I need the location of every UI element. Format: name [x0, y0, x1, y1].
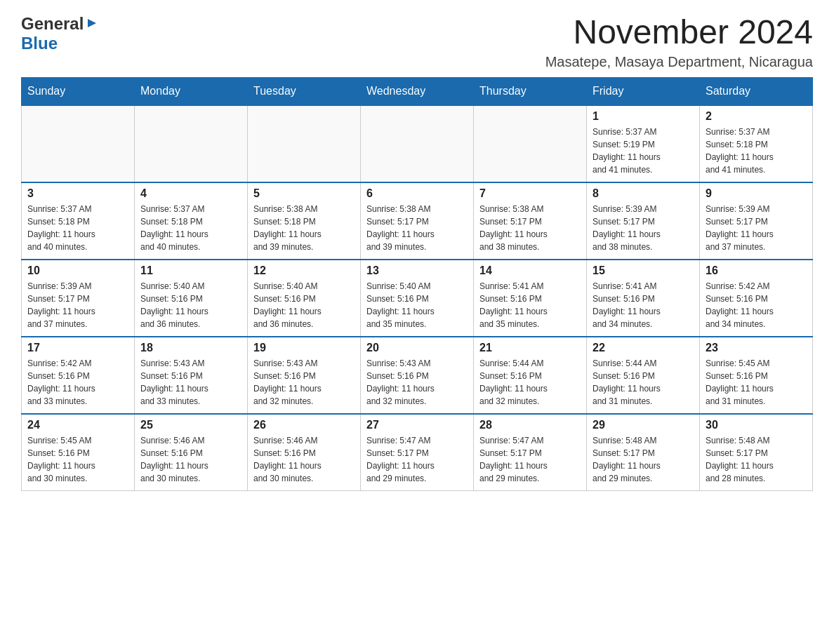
calendar-table: SundayMondayTuesdayWednesdayThursdayFrid…: [21, 77, 813, 492]
calendar-cell: 30Sunrise: 5:48 AM Sunset: 5:17 PM Dayli…: [700, 414, 813, 491]
calendar-subtitle: Masatepe, Masaya Department, Nicaragua: [545, 54, 813, 70]
day-number: 10: [27, 264, 128, 277]
day-number: 19: [253, 342, 355, 354]
day-number: 28: [479, 419, 581, 431]
week-row: 10Sunrise: 5:39 AM Sunset: 5:17 PM Dayli…: [22, 260, 813, 337]
day-info: Sunrise: 5:39 AM Sunset: 5:17 PM Dayligh…: [27, 280, 128, 330]
day-number: 3: [27, 187, 128, 200]
logo: General Blue: [21, 14, 99, 53]
calendar-cell: [474, 105, 587, 182]
day-info: Sunrise: 5:42 AM Sunset: 5:16 PM Dayligh…: [27, 357, 128, 408]
day-info: Sunrise: 5:45 AM Sunset: 5:16 PM Dayligh…: [706, 357, 807, 408]
day-number: 29: [593, 419, 694, 431]
day-number: 27: [366, 419, 468, 431]
calendar-cell: 29Sunrise: 5:48 AM Sunset: 5:17 PM Dayli…: [587, 414, 700, 491]
day-number: 30: [706, 419, 807, 431]
calendar-cell: 27Sunrise: 5:47 AM Sunset: 5:17 PM Dayli…: [361, 414, 474, 491]
day-info: Sunrise: 5:44 AM Sunset: 5:16 PM Dayligh…: [593, 357, 694, 408]
calendar-cell: [22, 105, 135, 182]
day-of-week-header: Tuesday: [248, 77, 361, 105]
day-of-week-header: Saturday: [700, 77, 813, 105]
day-of-week-header: Wednesday: [361, 77, 474, 105]
calendar-cell: 8Sunrise: 5:39 AM Sunset: 5:17 PM Daylig…: [587, 182, 700, 260]
day-number: 5: [253, 187, 355, 200]
day-info: Sunrise: 5:43 AM Sunset: 5:16 PM Dayligh…: [140, 357, 241, 408]
day-info: Sunrise: 5:46 AM Sunset: 5:16 PM Dayligh…: [140, 434, 241, 485]
calendar-cell: [135, 105, 248, 182]
calendar-cell: 15Sunrise: 5:41 AM Sunset: 5:16 PM Dayli…: [587, 260, 700, 337]
day-info: Sunrise: 5:48 AM Sunset: 5:17 PM Dayligh…: [706, 434, 807, 485]
calendar-cell: 7Sunrise: 5:38 AM Sunset: 5:17 PM Daylig…: [474, 182, 587, 260]
day-number: 11: [140, 264, 241, 277]
week-row: 24Sunrise: 5:45 AM Sunset: 5:16 PM Dayli…: [22, 414, 813, 491]
day-info: Sunrise: 5:38 AM Sunset: 5:18 PM Dayligh…: [253, 203, 355, 253]
day-info: Sunrise: 5:39 AM Sunset: 5:17 PM Dayligh…: [706, 203, 807, 253]
calendar-cell: 24Sunrise: 5:45 AM Sunset: 5:16 PM Dayli…: [22, 414, 135, 491]
day-info: Sunrise: 5:40 AM Sunset: 5:16 PM Dayligh…: [366, 280, 468, 330]
day-number: 16: [706, 264, 807, 277]
day-info: Sunrise: 5:41 AM Sunset: 5:16 PM Dayligh…: [479, 280, 581, 330]
calendar-cell: 12Sunrise: 5:40 AM Sunset: 5:16 PM Dayli…: [248, 260, 361, 337]
calendar-cell: 9Sunrise: 5:39 AM Sunset: 5:17 PM Daylig…: [700, 182, 813, 260]
day-number: 24: [27, 419, 128, 431]
day-number: 1: [593, 110, 694, 123]
calendar-cell: 17Sunrise: 5:42 AM Sunset: 5:16 PM Dayli…: [22, 337, 135, 414]
day-info: Sunrise: 5:41 AM Sunset: 5:16 PM Dayligh…: [593, 280, 694, 330]
days-of-week-row: SundayMondayTuesdayWednesdayThursdayFrid…: [22, 77, 813, 105]
day-info: Sunrise: 5:37 AM Sunset: 5:19 PM Dayligh…: [593, 126, 694, 176]
day-of-week-header: Monday: [135, 77, 248, 105]
day-number: 12: [253, 264, 355, 277]
day-number: 21: [479, 342, 581, 354]
day-info: Sunrise: 5:40 AM Sunset: 5:16 PM Dayligh…: [253, 280, 355, 330]
calendar-cell: 23Sunrise: 5:45 AM Sunset: 5:16 PM Dayli…: [700, 337, 813, 414]
calendar-title-area: November 2024 Masatepe, Masaya Departmen…: [545, 14, 813, 70]
calendar-cell: 4Sunrise: 5:37 AM Sunset: 5:18 PM Daylig…: [135, 182, 248, 260]
day-info: Sunrise: 5:38 AM Sunset: 5:17 PM Dayligh…: [366, 203, 468, 253]
calendar-cell: 10Sunrise: 5:39 AM Sunset: 5:17 PM Dayli…: [22, 260, 135, 337]
calendar-main-title: November 2024: [545, 14, 813, 51]
day-info: Sunrise: 5:38 AM Sunset: 5:17 PM Dayligh…: [479, 203, 581, 253]
day-info: Sunrise: 5:42 AM Sunset: 5:16 PM Dayligh…: [706, 280, 807, 330]
day-number: 25: [140, 419, 241, 431]
calendar-cell: 16Sunrise: 5:42 AM Sunset: 5:16 PM Dayli…: [700, 260, 813, 337]
week-row: 1Sunrise: 5:37 AM Sunset: 5:19 PM Daylig…: [22, 105, 813, 182]
calendar-cell: 25Sunrise: 5:46 AM Sunset: 5:16 PM Dayli…: [135, 414, 248, 491]
svg-marker-0: [88, 19, 96, 27]
logo-general-text: General: [21, 14, 84, 34]
day-of-week-header: Thursday: [474, 77, 587, 105]
day-number: 13: [366, 264, 468, 277]
day-number: 15: [593, 264, 694, 277]
day-info: Sunrise: 5:43 AM Sunset: 5:16 PM Dayligh…: [253, 357, 355, 408]
calendar-cell: 13Sunrise: 5:40 AM Sunset: 5:16 PM Dayli…: [361, 260, 474, 337]
calendar-cell: 14Sunrise: 5:41 AM Sunset: 5:16 PM Dayli…: [474, 260, 587, 337]
calendar-cell: [361, 105, 474, 182]
day-of-week-header: Friday: [587, 77, 700, 105]
calendar-cell: 1Sunrise: 5:37 AM Sunset: 5:19 PM Daylig…: [587, 105, 700, 182]
calendar-cell: [248, 105, 361, 182]
day-info: Sunrise: 5:37 AM Sunset: 5:18 PM Dayligh…: [140, 203, 241, 253]
day-number: 26: [253, 419, 355, 431]
day-number: 2: [706, 110, 807, 123]
calendar-cell: 18Sunrise: 5:43 AM Sunset: 5:16 PM Dayli…: [135, 337, 248, 414]
day-number: 4: [140, 187, 241, 200]
day-info: Sunrise: 5:40 AM Sunset: 5:16 PM Dayligh…: [140, 280, 241, 330]
day-number: 14: [479, 264, 581, 277]
day-info: Sunrise: 5:46 AM Sunset: 5:16 PM Dayligh…: [253, 434, 355, 485]
calendar-cell: 26Sunrise: 5:46 AM Sunset: 5:16 PM Dayli…: [248, 414, 361, 491]
calendar-body: 1Sunrise: 5:37 AM Sunset: 5:19 PM Daylig…: [22, 105, 813, 491]
day-number: 6: [366, 187, 468, 200]
day-info: Sunrise: 5:44 AM Sunset: 5:16 PM Dayligh…: [479, 357, 581, 408]
day-info: Sunrise: 5:37 AM Sunset: 5:18 PM Dayligh…: [27, 203, 128, 253]
day-number: 7: [479, 187, 581, 200]
day-info: Sunrise: 5:45 AM Sunset: 5:16 PM Dayligh…: [27, 434, 128, 485]
day-info: Sunrise: 5:48 AM Sunset: 5:17 PM Dayligh…: [593, 434, 694, 485]
page-header: General Blue November 2024 Masatepe, Mas…: [21, 14, 813, 70]
day-number: 22: [593, 342, 694, 354]
day-of-week-header: Sunday: [22, 77, 135, 105]
calendar-cell: 6Sunrise: 5:38 AM Sunset: 5:17 PM Daylig…: [361, 182, 474, 260]
calendar-cell: 2Sunrise: 5:37 AM Sunset: 5:18 PM Daylig…: [700, 105, 813, 182]
day-info: Sunrise: 5:39 AM Sunset: 5:17 PM Dayligh…: [593, 203, 694, 253]
day-info: Sunrise: 5:47 AM Sunset: 5:17 PM Dayligh…: [366, 434, 468, 485]
calendar-cell: 19Sunrise: 5:43 AM Sunset: 5:16 PM Dayli…: [248, 337, 361, 414]
calendar-cell: 20Sunrise: 5:43 AM Sunset: 5:16 PM Dayli…: [361, 337, 474, 414]
